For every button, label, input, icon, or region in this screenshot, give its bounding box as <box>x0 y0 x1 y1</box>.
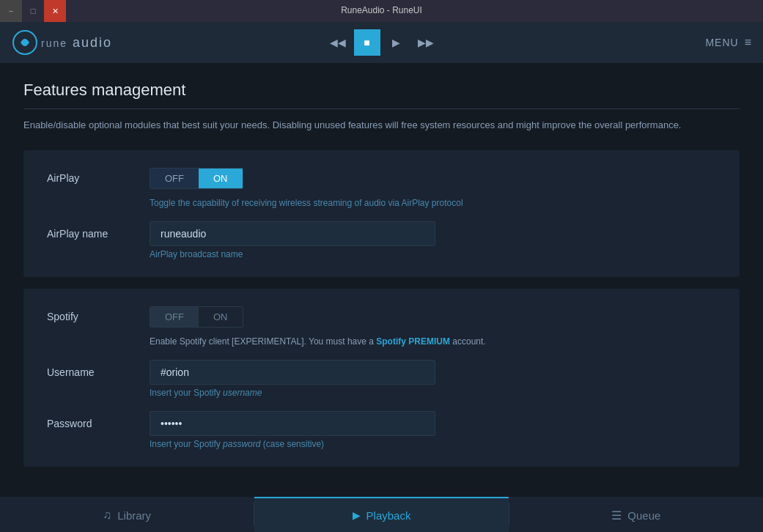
window-title: RuneAudio - RuneUI <box>341 5 422 15</box>
spotify-password-hint: Insert your Spotify password (case sensi… <box>150 439 716 449</box>
spotify-premium-text: Spotify PREMIUM <box>376 336 450 347</box>
spotify-toggle-row: Spotify OFF ON <box>47 306 716 328</box>
list-icon: ☰ <box>611 509 622 522</box>
airplay-card: AirPlay OFF ON Toggle the capability of … <box>23 150 740 277</box>
spotify-toggle-group: OFF ON <box>150 306 243 328</box>
prev-button[interactable]: ◀◀ <box>325 29 351 56</box>
tab-queue-label: Queue <box>627 509 660 522</box>
spotify-username-hint: Insert your Spotify username <box>150 388 716 398</box>
title-bar: RuneAudio - RuneUI − □ ✕ <box>0 0 763 22</box>
logo: rune audio <box>12 29 112 56</box>
toolbar: rune audio ◀◀ ■ ▶ ▶▶ MENU ≡ <box>0 22 763 63</box>
username-hint-em: username <box>223 388 262 398</box>
airplay-name-hint: AirPlay broadcast name <box>150 249 716 259</box>
next-button[interactable]: ▶▶ <box>413 29 439 56</box>
spotify-hint-plain: Enable Spotify client [EXPERIMENTAL]. Yo… <box>150 336 376 347</box>
menu-label: MENU <box>705 37 738 48</box>
spotify-card: Spotify OFF ON Enable Spotify client [EX… <box>23 289 740 467</box>
airplay-name-row: AirPlay name <box>47 221 716 246</box>
tab-playback[interactable]: ▶ Playback <box>254 497 508 532</box>
spotify-password-row: Password <box>47 411 716 436</box>
username-hint-plain: Insert your Spotify <box>150 388 223 398</box>
transport-controls: ◀◀ ■ ▶ ▶▶ <box>325 29 439 56</box>
menu-icon: ≡ <box>745 36 751 49</box>
play-icon: ▶ <box>353 509 361 521</box>
main-content: Features management Enable/disable optio… <box>0 63 763 497</box>
spotify-on-button[interactable]: ON <box>199 307 243 327</box>
password-hint-plain: Insert your Spotify <box>150 439 223 449</box>
spotify-hint-end: account. <box>450 336 486 347</box>
airplay-label: AirPlay <box>47 172 150 184</box>
airplay-off-button[interactable]: OFF <box>150 169 199 188</box>
play-button[interactable]: ▶ <box>383 29 410 56</box>
tab-library[interactable]: ♫ Library <box>0 497 254 532</box>
music-note-icon: ♫ <box>103 509 111 522</box>
airplay-hint: Toggle the capability of receiving wirel… <box>150 198 716 208</box>
spotify-username-row: Username <box>47 360 716 385</box>
bottom-nav: ♫ Library ▶ Playback ☰ Queue <box>0 497 763 532</box>
spotify-off-button[interactable]: OFF <box>150 307 199 327</box>
spotify-password-label: Password <box>47 418 150 429</box>
tab-playback-label: Playback <box>366 509 411 522</box>
spotify-password-input[interactable] <box>150 411 435 436</box>
airplay-name-label: AirPlay name <box>47 228 150 240</box>
menu-area[interactable]: MENU ≡ <box>705 36 751 49</box>
tab-library-label: Library <box>117 509 151 522</box>
maximize-button[interactable]: □ <box>22 0 44 22</box>
logo-icon <box>12 29 38 56</box>
airplay-toggle-row: AirPlay OFF ON <box>47 168 716 189</box>
airplay-on-button[interactable]: ON <box>199 169 243 188</box>
spotify-hint: Enable Spotify client [EXPERIMENTAL]. Yo… <box>150 336 716 347</box>
page-description: Enable/disable optional modules that bes… <box>23 118 740 133</box>
password-hint-em: password <box>223 439 260 449</box>
password-hint-end: (case sensitive) <box>260 439 324 449</box>
window-controls: − □ ✕ <box>0 0 66 22</box>
spotify-username-input[interactable] <box>150 360 435 385</box>
tab-queue[interactable]: ☰ Queue <box>509 497 763 532</box>
airplay-toggle-group: OFF ON <box>150 168 243 189</box>
stop-button[interactable]: ■ <box>354 29 380 56</box>
spotify-username-label: Username <box>47 366 150 378</box>
page-title: Features management <box>23 81 740 109</box>
spotify-label: Spotify <box>47 311 150 322</box>
minimize-button[interactable]: − <box>0 0 22 22</box>
airplay-name-input[interactable] <box>150 221 435 246</box>
logo-text: rune audio <box>41 35 112 51</box>
close-button[interactable]: ✕ <box>44 0 66 22</box>
